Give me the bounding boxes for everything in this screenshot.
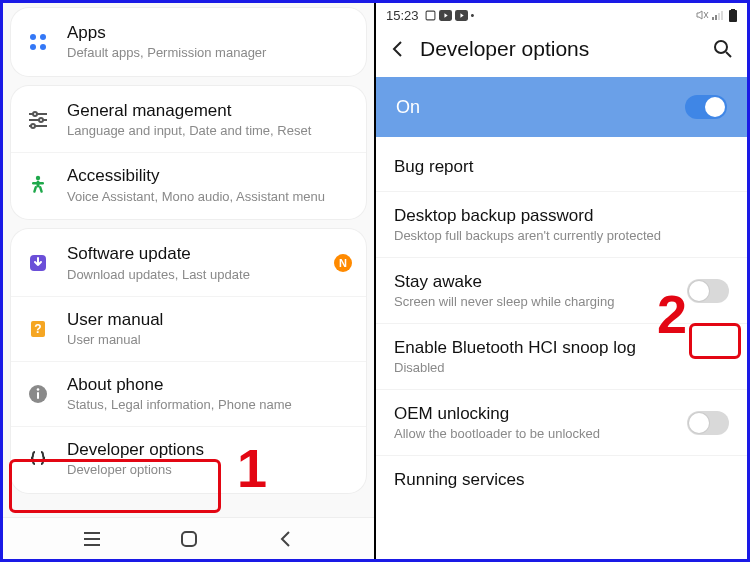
dev-item-title: Running services <box>394 470 729 490</box>
svg-rect-30 <box>712 17 714 20</box>
master-toggle-switch[interactable] <box>685 95 727 119</box>
dev-item-bug-report[interactable]: Bug report <box>376 143 747 191</box>
svg-rect-25 <box>426 11 435 20</box>
dev-item-subtitle: Disabled <box>394 360 729 375</box>
sliders-icon <box>25 107 51 133</box>
battery-icon <box>729 9 737 22</box>
dev-item-hci-snoop[interactable]: Enable Bluetooth HCI snoop log Disabled <box>376 323 747 389</box>
dev-item-oem-unlock[interactable]: OEM unlocking Allow the bootloader to be… <box>376 389 747 455</box>
settings-item-software-update[interactable]: Software update Download updates, Last u… <box>11 231 366 295</box>
settings-item-subtitle: Default apps, Permission manager <box>67 45 352 62</box>
dev-item-subtitle: Screen will never sleep while charging <box>394 294 675 309</box>
svg-point-10 <box>36 176 40 180</box>
svg-point-3 <box>40 44 46 50</box>
master-toggle-label: On <box>396 97 420 118</box>
svg-line-37 <box>726 52 731 57</box>
svg-rect-33 <box>721 11 723 20</box>
settings-item-subtitle: Voice Assistant, Mono audio, Assistant m… <box>67 189 352 206</box>
settings-item-title: Apps <box>67 22 352 43</box>
settings-item-subtitle: Download updates, Last update <box>67 267 318 284</box>
svg-point-9 <box>31 124 35 128</box>
svg-point-7 <box>39 118 43 122</box>
dev-item-title: OEM unlocking <box>394 404 675 424</box>
settings-item-title: User manual <box>67 309 352 330</box>
image-icon <box>425 10 436 21</box>
settings-item-title: Accessibility <box>67 165 352 186</box>
svg-rect-35 <box>731 9 735 11</box>
svg-text:?: ? <box>34 322 41 336</box>
svg-rect-19 <box>37 392 39 399</box>
accessibility-icon <box>25 172 51 198</box>
settings-item-title: Software update <box>67 243 318 264</box>
svg-rect-12 <box>32 182 44 184</box>
apps-icon <box>25 29 51 55</box>
more-dot-icon: • <box>471 9 475 21</box>
page-title: Developer options <box>420 37 589 61</box>
svg-rect-14 <box>39 186 43 193</box>
status-bar: 15:23 • <box>376 3 747 27</box>
manual-icon: ? <box>25 316 51 342</box>
nav-back-button[interactable] <box>275 528 297 550</box>
svg-point-5 <box>33 112 37 116</box>
page-header: Developer options <box>376 27 747 77</box>
svg-point-20 <box>37 388 40 391</box>
developer-options-list: Bug report Desktop backup password Deskt… <box>376 137 747 559</box>
nav-home-button[interactable] <box>178 528 200 550</box>
settings-item-subtitle: Developer options <box>67 462 352 479</box>
settings-card-system: Software update Download updates, Last u… <box>11 229 366 493</box>
svg-rect-24 <box>182 532 196 546</box>
developer-options-pane: 15:23 • Developer options <box>376 3 747 559</box>
status-left-icons: • <box>425 9 475 21</box>
svg-rect-31 <box>715 15 717 20</box>
nav-recents-button[interactable] <box>81 528 103 550</box>
settings-item-apps[interactable]: Apps Default apps, Permission manager <box>11 10 366 74</box>
svg-point-2 <box>30 44 36 50</box>
dev-item-subtitle: Allow the bootloader to be unlocked <box>394 426 675 441</box>
back-button[interactable] <box>390 39 406 59</box>
settings-item-user-manual[interactable]: ? User manual User manual <box>11 296 366 361</box>
svg-rect-32 <box>718 13 720 20</box>
settings-item-title: About phone <box>67 374 352 395</box>
dev-item-title: Stay awake <box>394 272 675 292</box>
update-badge: N <box>334 254 352 272</box>
svg-rect-34 <box>729 10 737 22</box>
youtube-icon <box>439 10 452 21</box>
settings-item-accessibility[interactable]: Accessibility Voice Assistant, Mono audi… <box>11 152 366 217</box>
stay-awake-toggle[interactable] <box>687 279 729 303</box>
settings-card-general: General management Language and input, D… <box>11 86 366 219</box>
settings-item-developer-options[interactable]: Developer options Developer options <box>11 426 366 491</box>
settings-item-general-management[interactable]: General management Language and input, D… <box>11 88 366 152</box>
dev-item-desktop-backup[interactable]: Desktop backup password Desktop full bac… <box>376 191 747 257</box>
mute-icon <box>695 9 709 21</box>
oem-unlock-toggle[interactable] <box>687 411 729 435</box>
video-icon <box>455 10 468 21</box>
settings-list-pane: Apps Default apps, Permission manager Ge… <box>3 3 376 559</box>
master-toggle-banner[interactable]: On <box>376 77 747 137</box>
svg-point-36 <box>715 41 727 53</box>
dev-item-title: Desktop backup password <box>394 206 729 226</box>
status-right-icons <box>695 9 737 22</box>
braces-icon <box>25 446 51 472</box>
settings-card-apps: Apps Default apps, Permission manager <box>11 8 366 76</box>
dev-item-stay-awake[interactable]: Stay awake Screen will never sleep while… <box>376 257 747 323</box>
settings-item-about-phone[interactable]: About phone Status, Legal information, P… <box>11 361 366 426</box>
settings-item-subtitle: Language and input, Date and time, Reset <box>67 123 352 140</box>
settings-item-title: Developer options <box>67 439 352 460</box>
signal-icon <box>712 9 726 21</box>
svg-point-0 <box>30 34 36 40</box>
info-icon <box>25 381 51 407</box>
settings-item-subtitle: Status, Legal information, Phone name <box>67 397 352 414</box>
settings-item-subtitle: User manual <box>67 332 352 349</box>
svg-point-1 <box>40 34 46 40</box>
status-time: 15:23 <box>386 8 419 23</box>
svg-rect-13 <box>33 186 37 193</box>
nav-bar <box>3 517 374 559</box>
dev-item-title: Enable Bluetooth HCI snoop log <box>394 338 729 358</box>
update-icon <box>25 250 51 276</box>
settings-item-title: General management <box>67 100 352 121</box>
dev-item-subtitle: Desktop full backups aren't currently pr… <box>394 228 729 243</box>
dev-item-running-services[interactable]: Running services <box>376 455 747 504</box>
dev-item-title: Bug report <box>394 157 729 177</box>
search-button[interactable] <box>713 39 733 59</box>
